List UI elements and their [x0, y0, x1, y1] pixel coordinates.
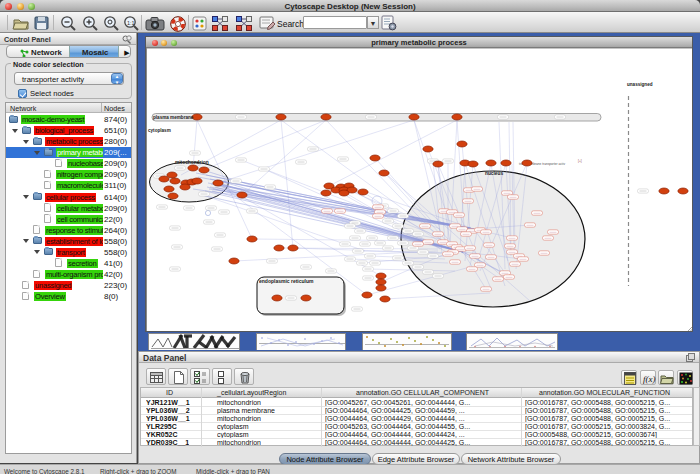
svg-text:[+]: [+]	[578, 159, 582, 163]
svg-text:cytoplasm: cytoplasm	[148, 128, 171, 133]
svg-text:endoplasmic reticulum: endoplasmic reticulum	[259, 278, 314, 284]
svg-text:nucleus: nucleus	[485, 171, 503, 176]
svg-text:mitochondrion: mitochondrion	[175, 160, 209, 165]
svg-text:plasma membrane: plasma membrane	[153, 115, 194, 120]
svg-text:f(x): f(x)	[643, 374, 656, 384]
svg-text:1:1: 1:1	[127, 20, 135, 26]
svg-text:unassigned: unassigned	[627, 82, 653, 87]
